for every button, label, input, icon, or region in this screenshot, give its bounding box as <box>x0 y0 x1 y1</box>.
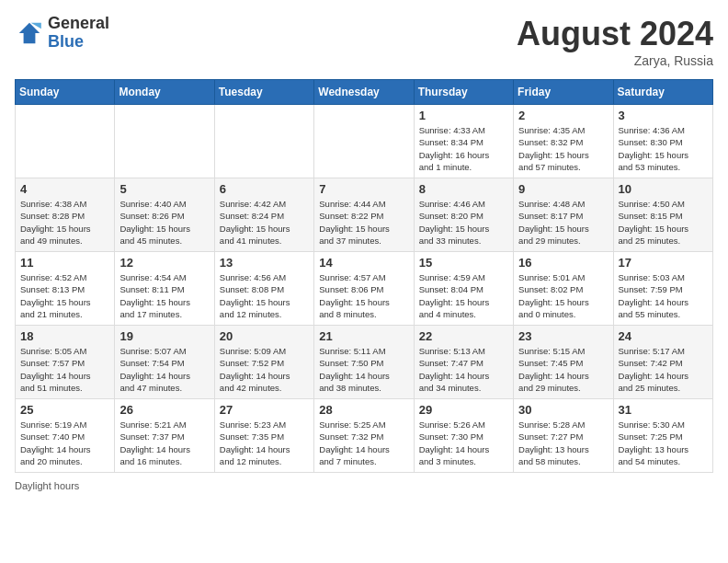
day-number: 31 <box>619 403 708 417</box>
day-cell: 27Sunrise: 5:23 AM Sunset: 7:35 PM Dayli… <box>214 399 313 473</box>
header-cell-monday: Monday <box>115 80 214 105</box>
day-number: 16 <box>518 256 608 270</box>
day-cell: 4Sunrise: 4:38 AM Sunset: 8:28 PM Daylig… <box>16 178 115 252</box>
day-info: Sunrise: 4:48 AM Sunset: 8:17 PM Dayligh… <box>518 198 608 247</box>
day-number: 23 <box>518 329 608 343</box>
header-cell-thursday: Thursday <box>414 80 513 105</box>
day-info: Sunrise: 5:26 AM Sunset: 7:30 PM Dayligh… <box>419 419 508 467</box>
day-cell: 2Sunrise: 4:35 AM Sunset: 8:32 PM Daylig… <box>514 105 613 178</box>
title-block: August 2024 Zarya, Russia <box>517 15 713 68</box>
calendar-body: 1Sunrise: 4:33 AM Sunset: 8:34 PM Daylig… <box>16 105 713 473</box>
month-year-title: August 2024 <box>517 15 713 53</box>
day-number: 24 <box>619 329 708 343</box>
day-number: 10 <box>619 182 708 196</box>
week-row-4: 18Sunrise: 5:05 AM Sunset: 7:57 PM Dayli… <box>16 326 713 399</box>
day-cell: 7Sunrise: 4:44 AM Sunset: 8:22 PM Daylig… <box>314 178 414 252</box>
day-cell: 10Sunrise: 4:50 AM Sunset: 8:15 PM Dayli… <box>613 178 712 252</box>
day-cell: 22Sunrise: 5:13 AM Sunset: 7:47 PM Dayli… <box>414 326 513 399</box>
day-cell: 14Sunrise: 4:57 AM Sunset: 8:06 PM Dayli… <box>314 252 414 326</box>
week-row-1: 1Sunrise: 4:33 AM Sunset: 8:34 PM Daylig… <box>16 105 713 178</box>
day-number: 6 <box>220 182 309 196</box>
day-number: 1 <box>419 109 508 122</box>
day-cell: 24Sunrise: 5:17 AM Sunset: 7:42 PM Dayli… <box>613 326 712 399</box>
day-number: 5 <box>119 182 209 196</box>
header-cell-wednesday: Wednesday <box>314 80 414 105</box>
day-cell: 30Sunrise: 5:28 AM Sunset: 7:27 PM Dayli… <box>514 399 613 473</box>
day-cell: 16Sunrise: 5:01 AM Sunset: 8:02 PM Dayli… <box>514 252 613 326</box>
day-info: Sunrise: 4:42 AM Sunset: 8:24 PM Dayligh… <box>220 198 309 247</box>
day-cell <box>214 105 313 178</box>
day-info: Sunrise: 5:28 AM Sunset: 7:27 PM Dayligh… <box>518 419 608 467</box>
day-cell: 17Sunrise: 5:03 AM Sunset: 7:59 PM Dayli… <box>613 252 712 326</box>
day-cell: 6Sunrise: 4:42 AM Sunset: 8:24 PM Daylig… <box>214 178 313 252</box>
day-cell: 28Sunrise: 5:25 AM Sunset: 7:32 PM Dayli… <box>314 399 414 473</box>
day-cell: 11Sunrise: 4:52 AM Sunset: 8:13 PM Dayli… <box>16 252 115 326</box>
day-info: Sunrise: 5:25 AM Sunset: 7:32 PM Dayligh… <box>319 419 408 467</box>
day-cell: 31Sunrise: 5:30 AM Sunset: 7:25 PM Dayli… <box>613 399 712 473</box>
day-number: 21 <box>319 329 408 343</box>
day-number: 3 <box>619 109 708 122</box>
day-cell <box>16 105 115 178</box>
day-cell <box>314 105 414 178</box>
day-info: Sunrise: 4:33 AM Sunset: 8:34 PM Dayligh… <box>419 124 508 173</box>
day-info: Sunrise: 4:40 AM Sunset: 8:26 PM Dayligh… <box>119 198 209 247</box>
header-cell-friday: Friday <box>514 80 613 105</box>
header-cell-tuesday: Tuesday <box>214 80 313 105</box>
calendar-header: SundayMondayTuesdayWednesdayThursdayFrid… <box>16 80 713 105</box>
day-info: Sunrise: 4:52 AM Sunset: 8:13 PM Dayligh… <box>20 271 109 320</box>
day-cell: 21Sunrise: 5:11 AM Sunset: 7:50 PM Dayli… <box>314 326 414 399</box>
day-info: Sunrise: 4:57 AM Sunset: 8:06 PM Dayligh… <box>319 271 408 320</box>
day-cell: 23Sunrise: 5:15 AM Sunset: 7:45 PM Dayli… <box>514 326 613 399</box>
day-info: Sunrise: 4:54 AM Sunset: 8:11 PM Dayligh… <box>119 271 209 320</box>
day-cell: 25Sunrise: 5:19 AM Sunset: 7:40 PM Dayli… <box>16 399 115 473</box>
location-subtitle: Zarya, Russia <box>517 53 713 68</box>
day-number: 14 <box>319 256 408 270</box>
day-cell: 26Sunrise: 5:21 AM Sunset: 7:37 PM Dayli… <box>115 399 214 473</box>
day-cell <box>115 105 214 178</box>
calendar-table: SundayMondayTuesdayWednesdayThursdayFrid… <box>15 79 713 473</box>
day-info: Sunrise: 4:59 AM Sunset: 8:04 PM Dayligh… <box>419 271 508 320</box>
header-cell-sunday: Sunday <box>16 80 115 105</box>
day-info: Sunrise: 4:35 AM Sunset: 8:32 PM Dayligh… <box>518 124 608 173</box>
day-number: 4 <box>20 182 109 196</box>
day-cell: 15Sunrise: 4:59 AM Sunset: 8:04 PM Dayli… <box>414 252 513 326</box>
day-info: Sunrise: 4:44 AM Sunset: 8:22 PM Dayligh… <box>319 198 408 247</box>
logo-text: General Blue <box>48 15 109 52</box>
day-number: 27 <box>220 403 309 417</box>
week-row-5: 25Sunrise: 5:19 AM Sunset: 7:40 PM Dayli… <box>16 399 713 473</box>
day-info: Sunrise: 5:13 AM Sunset: 7:47 PM Dayligh… <box>419 345 508 394</box>
day-info: Sunrise: 4:46 AM Sunset: 8:20 PM Dayligh… <box>419 198 508 247</box>
day-number: 26 <box>119 403 209 417</box>
day-number: 13 <box>220 256 309 270</box>
logo-icon <box>15 18 44 48</box>
day-number: 28 <box>319 403 408 417</box>
logo-blue-text: Blue <box>48 33 109 52</box>
day-cell: 13Sunrise: 4:56 AM Sunset: 8:08 PM Dayli… <box>214 252 313 326</box>
day-cell: 20Sunrise: 5:09 AM Sunset: 7:52 PM Dayli… <box>214 326 313 399</box>
day-number: 7 <box>319 182 408 196</box>
day-info: Sunrise: 5:30 AM Sunset: 7:25 PM Dayligh… <box>619 419 708 467</box>
day-info: Sunrise: 5:07 AM Sunset: 7:54 PM Dayligh… <box>119 345 209 394</box>
day-cell: 19Sunrise: 5:07 AM Sunset: 7:54 PM Dayli… <box>115 326 214 399</box>
day-cell: 18Sunrise: 5:05 AM Sunset: 7:57 PM Dayli… <box>16 326 115 399</box>
day-number: 2 <box>518 109 608 122</box>
day-info: Sunrise: 5:05 AM Sunset: 7:57 PM Dayligh… <box>20 345 109 394</box>
day-number: 9 <box>518 182 608 196</box>
day-number: 8 <box>419 182 508 196</box>
day-number: 20 <box>220 329 309 343</box>
day-info: Sunrise: 4:36 AM Sunset: 8:30 PM Dayligh… <box>619 124 708 173</box>
logo-general-text: General <box>48 15 109 33</box>
page-header: General Blue August 2024 Zarya, Russia <box>15 15 713 68</box>
day-number: 19 <box>119 329 209 343</box>
day-number: 30 <box>518 403 608 417</box>
day-info: Sunrise: 5:17 AM Sunset: 7:42 PM Dayligh… <box>619 345 708 394</box>
day-cell: 5Sunrise: 4:40 AM Sunset: 8:26 PM Daylig… <box>115 178 214 252</box>
day-info: Sunrise: 5:23 AM Sunset: 7:35 PM Dayligh… <box>220 419 309 467</box>
day-cell: 12Sunrise: 4:54 AM Sunset: 8:11 PM Dayli… <box>115 252 214 326</box>
day-cell: 1Sunrise: 4:33 AM Sunset: 8:34 PM Daylig… <box>414 105 513 178</box>
week-row-3: 11Sunrise: 4:52 AM Sunset: 8:13 PM Dayli… <box>16 252 713 326</box>
daylight-label: Daylight hours <box>15 480 79 491</box>
day-info: Sunrise: 5:21 AM Sunset: 7:37 PM Dayligh… <box>119 419 209 467</box>
day-number: 17 <box>619 256 708 270</box>
day-info: Sunrise: 5:19 AM Sunset: 7:40 PM Dayligh… <box>20 419 109 467</box>
